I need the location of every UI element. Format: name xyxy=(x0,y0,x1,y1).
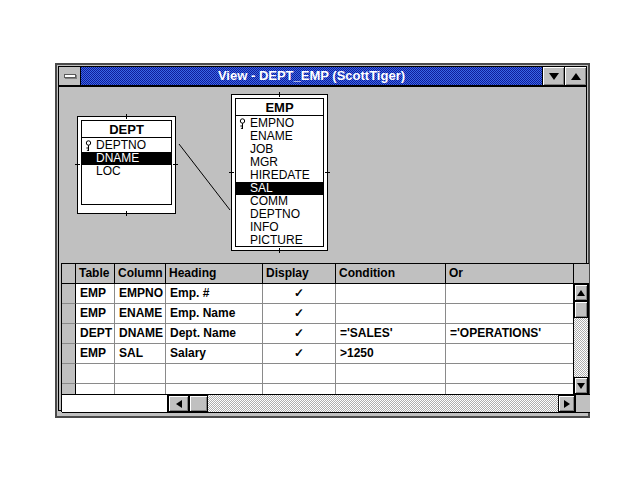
field-label: EMPNO xyxy=(250,117,294,130)
vertical-scrollbar xyxy=(573,284,588,394)
left-arrow-icon xyxy=(176,400,182,408)
field-info[interactable]: INFO xyxy=(236,221,323,234)
field-label: COMM xyxy=(250,195,288,208)
row-selector[interactable] xyxy=(62,364,76,384)
field-job[interactable]: JOB xyxy=(236,143,323,156)
row-selector[interactable] xyxy=(62,384,76,394)
cell-column[interactable]: ENAME xyxy=(115,304,166,324)
scroll-up-button[interactable] xyxy=(574,284,588,301)
entity-emp-fields: EMPNO ENAME JOB MGR HIREDATE SAL COMM DE… xyxy=(235,116,324,247)
field-label: LOC xyxy=(96,165,121,178)
grid-row-empty xyxy=(62,384,575,394)
cell-heading[interactable]: Emp. # xyxy=(166,284,263,304)
scroll-right-button[interactable] xyxy=(558,395,575,412)
cell-condition[interactable] xyxy=(336,304,446,324)
cell-or[interactable] xyxy=(446,304,574,324)
cell-table[interactable]: EMP xyxy=(76,344,115,364)
cell-or[interactable] xyxy=(446,344,574,364)
row-selector[interactable] xyxy=(62,344,76,364)
header-selector xyxy=(62,264,76,284)
resize-handle[interactable] xyxy=(126,114,127,119)
cell-table[interactable]: EMP xyxy=(76,304,115,324)
horizontal-scroll-track[interactable] xyxy=(208,395,558,412)
cell-display-check[interactable]: ✓ xyxy=(263,344,336,364)
minimize-button[interactable] xyxy=(542,67,564,85)
cell-display-check[interactable]: ✓ xyxy=(263,284,336,304)
field-dname[interactable]: DNAME xyxy=(82,152,171,165)
cell-column[interactable]: DNAME xyxy=(115,324,166,344)
row-selector[interactable] xyxy=(62,324,76,344)
header-table: Table xyxy=(76,264,115,284)
scrollbar-corner xyxy=(575,395,590,412)
field-label: JOB xyxy=(250,143,273,156)
vertical-scroll-thumb[interactable] xyxy=(574,301,588,318)
down-arrow-icon xyxy=(549,73,559,80)
row-selector[interactable] xyxy=(62,284,76,304)
maximize-button[interactable] xyxy=(564,67,586,85)
resize-handle[interactable] xyxy=(173,164,178,165)
field-ename[interactable]: ENAME xyxy=(236,130,323,143)
field-deptno2[interactable]: DEPTNO xyxy=(236,208,323,221)
grid-header: Table Column Heading Display Condition O… xyxy=(62,264,588,284)
field-label: HIREDATE xyxy=(250,169,310,182)
criteria-grid: Table Column Heading Display Condition O… xyxy=(61,263,589,412)
field-label: MGR xyxy=(250,156,278,169)
entity-emp-title[interactable]: EMP xyxy=(235,98,324,116)
entity-dept-title[interactable]: DEPT xyxy=(81,120,172,138)
field-hiredate[interactable]: HIREDATE xyxy=(236,169,323,182)
cell-display-check[interactable]: ✓ xyxy=(263,304,336,324)
grid-row: EMP SAL Salary ✓ >1250 xyxy=(62,344,575,364)
grid-row: EMP ENAME Emp. Name ✓ xyxy=(62,304,575,324)
cell-or[interactable]: ='OPERATIONS' xyxy=(446,324,574,344)
field-mgr[interactable]: MGR xyxy=(236,156,323,169)
cell-heading[interactable]: Salary xyxy=(166,344,263,364)
resize-handle[interactable] xyxy=(279,248,280,253)
cell-table[interactable]: DEPT xyxy=(76,324,115,344)
right-arrow-icon xyxy=(564,400,570,408)
entity-emp[interactable]: EMP EMPNO ENAME JOB MGR HIREDATE SAL COM… xyxy=(231,94,328,251)
cell-heading[interactable]: Dept. Name xyxy=(166,324,263,344)
resize-handle[interactable] xyxy=(75,164,80,165)
header-column: Column xyxy=(115,264,166,284)
cell-condition[interactable]: ='SALES' xyxy=(336,324,446,344)
field-label: ENAME xyxy=(250,130,293,143)
header-heading: Heading xyxy=(166,264,263,284)
field-label: SAL xyxy=(250,182,273,195)
header-condition: Condition xyxy=(336,264,446,284)
cell-condition[interactable]: >1250 xyxy=(336,344,446,364)
scroll-left-button[interactable] xyxy=(168,395,189,412)
resize-handle[interactable] xyxy=(126,211,127,216)
field-empno[interactable]: EMPNO xyxy=(236,117,323,130)
row-selector[interactable] xyxy=(62,304,76,324)
field-label: INFO xyxy=(250,221,279,234)
horizontal-scroll-thumb[interactable] xyxy=(189,395,208,412)
desktop: View - DEPT_EMP (ScottTiger) DEPT xyxy=(0,0,640,480)
header-display: Display xyxy=(263,264,336,284)
field-comm[interactable]: COMM xyxy=(236,195,323,208)
resize-handle[interactable] xyxy=(279,92,280,97)
scroll-down-button[interactable] xyxy=(574,377,588,394)
control-menu-icon xyxy=(64,74,76,78)
cell-condition[interactable] xyxy=(336,284,446,304)
key-icon xyxy=(84,140,93,152)
resize-handle[interactable] xyxy=(325,172,330,173)
window-title: View - DEPT_EMP (ScottTiger) xyxy=(218,67,405,85)
field-deptno[interactable]: DEPTNO xyxy=(82,139,171,152)
field-loc[interactable]: LOC xyxy=(82,165,171,178)
cell-or[interactable] xyxy=(446,284,574,304)
field-picture[interactable]: PICTURE xyxy=(236,234,323,247)
titlebar[interactable]: View - DEPT_EMP (ScottTiger) xyxy=(81,67,542,85)
control-menu-button[interactable] xyxy=(59,67,81,85)
horizontal-scrollbar-row xyxy=(62,394,590,413)
entity-dept[interactable]: DEPT DEPTNO DNAME LOC xyxy=(77,116,176,214)
cell-heading[interactable]: Emp. Name xyxy=(166,304,263,324)
cell-display-check[interactable]: ✓ xyxy=(263,324,336,344)
vertical-scroll-track[interactable] xyxy=(574,318,588,377)
cell-table[interactable]: EMP xyxy=(76,284,115,304)
cell-column[interactable]: EMPNO xyxy=(115,284,166,304)
resize-handle[interactable] xyxy=(229,172,234,173)
field-sal[interactable]: SAL xyxy=(236,182,323,195)
entity-dept-fields: DEPTNO DNAME LOC xyxy=(81,138,172,205)
cell-column[interactable]: SAL xyxy=(115,344,166,364)
field-label: PICTURE xyxy=(250,234,303,247)
